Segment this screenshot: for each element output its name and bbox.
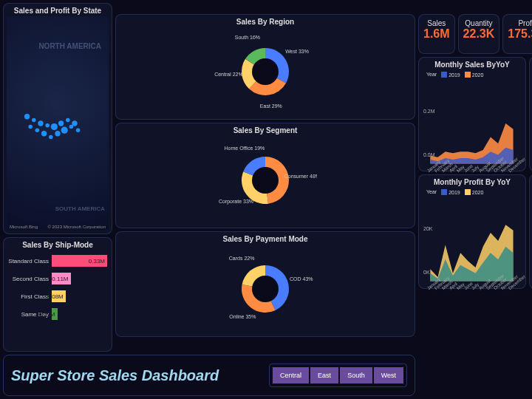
sales-by-shipmode-panel: Sales By Ship-Mode Standard Class0.33MSe… bbox=[3, 237, 112, 352]
map-attribution-left: Microsoft Bing bbox=[10, 225, 38, 229]
svg-point-15 bbox=[76, 128, 81, 132]
sales-by-payment-title: Sales By Payment Mode bbox=[119, 235, 412, 243]
sales-by-segment-panel: Sales By Segment Consumer 48%Corporate 3… bbox=[115, 123, 415, 228]
sales-by-state-panel: Sales and Profit By State NORTH AMERICA … bbox=[3, 3, 112, 234]
donut-region[interactable]: West 33%East 29%Central 22%South 16% bbox=[119, 27, 412, 116]
header: Super Store Sales Dashboard Central East… bbox=[3, 355, 415, 396]
donut-payment[interactable]: COD 43%Online 35%Cards 22% bbox=[119, 245, 412, 333]
monthly-sales-chart[interactable]: 0.2M 0.0M JanuaryFebruaryMarchAprilMayJu… bbox=[422, 79, 522, 168]
svg-text:COD 43%: COD 43% bbox=[290, 276, 313, 282]
svg-text:Consumer 48%: Consumer 48% bbox=[284, 174, 317, 179]
svg-text:South 16%: South 16% bbox=[235, 35, 260, 40]
svg-point-4 bbox=[58, 120, 64, 126]
svg-point-14 bbox=[24, 114, 30, 119]
svg-text:Central 22%: Central 22% bbox=[214, 72, 243, 77]
svg-text:Home Office 19%: Home Office 19% bbox=[225, 146, 265, 151]
svg-point-13 bbox=[28, 125, 33, 129]
monthly-profit-title: Monthly Profit By YoY bbox=[422, 178, 522, 186]
sales-by-category-panel: Sales By Category Office Sup...0.64MTech… bbox=[529, 57, 532, 171]
filter-east[interactable]: East bbox=[310, 367, 338, 383]
sales-by-shipmode-title: Sales By Ship-Mode bbox=[7, 241, 109, 249]
svg-point-3 bbox=[51, 123, 58, 130]
filter-south[interactable]: South bbox=[340, 367, 372, 383]
shipmode-bar[interactable]: First Class0.08M bbox=[8, 290, 107, 302]
kpi-row: Sales1.6M Quantity22.3K Profit175.3K Avg… bbox=[418, 14, 529, 54]
svg-point-8 bbox=[49, 135, 53, 140]
kpi-sales: Sales1.6M bbox=[418, 14, 455, 54]
monthly-sales-panel: Monthly Sales ByYoY Year20192020 0.2M 0.… bbox=[418, 57, 526, 171]
svg-point-16 bbox=[252, 58, 279, 85]
svg-point-11 bbox=[69, 125, 74, 129]
shipmode-bar[interactable]: Same Day0.03M bbox=[8, 308, 107, 320]
svg-text:East 29%: East 29% bbox=[260, 103, 282, 109]
svg-point-25 bbox=[252, 276, 279, 302]
sales-by-state-title: Sales and Profit By State bbox=[7, 7, 109, 15]
donut-segment[interactable]: Consumer 48%Corporate 33%Home Office 19% bbox=[119, 136, 412, 225]
monthly-profit-chart[interactable]: 20K 0K JanuaryFebruaryMarchAprilMayJuneJ… bbox=[422, 197, 522, 285]
svg-point-2 bbox=[45, 123, 50, 128]
svg-point-12 bbox=[72, 120, 77, 126]
svg-text:Cards 22%: Cards 22% bbox=[229, 256, 255, 261]
svg-text:Online 35%: Online 35% bbox=[229, 314, 256, 319]
kpi-profit: Profit175.3K bbox=[502, 14, 532, 54]
map-attribution-right: © 2023 Microsoft Corporation bbox=[48, 225, 106, 229]
monthly-profit-panel: Monthly Profit By YoY Year20192020 20K 0… bbox=[418, 174, 526, 289]
filter-west[interactable]: West bbox=[374, 367, 403, 383]
svg-point-9 bbox=[55, 131, 60, 136]
svg-point-1 bbox=[38, 120, 43, 126]
sales-by-subcategory-panel: Sales By Sub-Category 197KPhones182KChai… bbox=[529, 174, 532, 289]
map-visual[interactable]: NORTH AMERICA SOUTH AMERICA Microsoft Bi… bbox=[7, 16, 109, 231]
monthly-sales-legend: Year20192020 bbox=[422, 70, 522, 79]
sales-by-payment-panel: Sales By Payment Mode COD 43%Online 35%C… bbox=[115, 231, 415, 337]
sales-by-region-title: Sales By Region bbox=[119, 18, 412, 26]
svg-point-10 bbox=[61, 127, 68, 134]
svg-point-5 bbox=[66, 118, 70, 123]
shipmode-bar[interactable]: Second Class0.11M bbox=[8, 273, 107, 284]
shipmode-bar[interactable]: Standard Class0.33M bbox=[8, 255, 107, 267]
monthly-profit-legend: Year20192020 bbox=[422, 188, 522, 197]
region-filters: Central East South West bbox=[269, 364, 407, 387]
filter-central[interactable]: Central bbox=[273, 367, 309, 383]
kpi-quantity: Quantity22.3K bbox=[458, 14, 500, 54]
sales-by-segment-title: Sales By Segment bbox=[119, 126, 412, 134]
svg-text:West 33%: West 33% bbox=[285, 49, 309, 54]
svg-point-0 bbox=[32, 118, 36, 123]
monthly-sales-title: Monthly Sales ByYoY bbox=[422, 61, 522, 69]
svg-point-21 bbox=[252, 167, 279, 194]
svg-point-6 bbox=[35, 128, 40, 132]
svg-text:Corporate 33%: Corporate 33% bbox=[219, 199, 253, 205]
svg-point-7 bbox=[41, 131, 47, 136]
sales-by-region-panel: Sales By Region West 33%East 29%Central … bbox=[115, 14, 415, 120]
page-title: Super Store Sales Dashboard bbox=[11, 367, 219, 384]
